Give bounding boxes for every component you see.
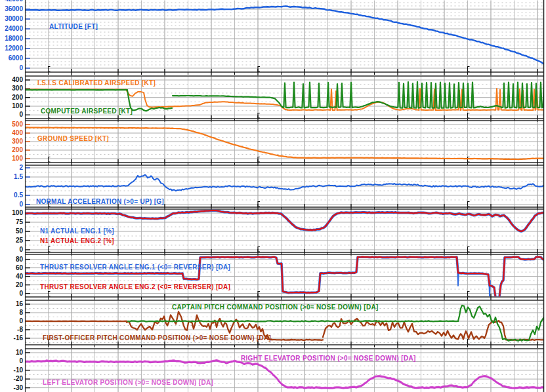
y-axis-label-n1: 0: [0, 246, 23, 253]
y-axis-label-altitude: 18000: [0, 35, 23, 42]
y-axis-label-ground_speed: 300: [0, 138, 23, 145]
event-bracket-mark: [49, 292, 51, 297]
y-axis-label-normal_acceleration: 2: [0, 164, 23, 171]
y-axis-label-pitch_command: 16: [0, 300, 23, 307]
series-label: CAPTAIN PITCH COMMAND POSITION (>0= NOSE…: [172, 304, 379, 311]
y-axis-label-pitch_command: -8: [0, 326, 23, 333]
event-bracket-mark: [468, 247, 470, 252]
series-label: ALTITUDE [FT]: [49, 23, 98, 30]
event-bracket-mark: [468, 113, 470, 119]
y-axis-label-altitude: 30000: [0, 15, 23, 22]
series-label: RIGHT ELEVATOR POSITION (>0= NOSE DOWN) …: [241, 355, 416, 362]
event-bracket-mark: [258, 202, 260, 207]
y-axis-label-elevator_position: -30: [0, 384, 23, 391]
event-bracket-mark: [468, 157, 470, 163]
event-bracket-mark: [258, 157, 260, 163]
y-axis-label-thrust_resolver_angle: 40: [0, 273, 23, 280]
series-normal_accel: [26, 175, 546, 191]
y-axis-label-thrust_resolver_angle: 0: [0, 290, 23, 297]
y-axis-label-normal_acceleration: 1.5: [0, 173, 23, 180]
y-axis-label-elevator_position: 0: [0, 357, 23, 364]
y-axis-label-ground_speed: 400: [0, 129, 23, 136]
event-bracket-mark: [258, 67, 260, 72]
y-axis-label-airspeed: 200: [0, 94, 23, 101]
event-bracket-mark: [258, 247, 260, 252]
event-bracket-mark: [49, 157, 51, 163]
panel-thrust_resolver_angle: [25, 254, 546, 300]
series-label: N1 ACTUAL ENG.1 [%]: [40, 227, 114, 235]
event-bracket-mark: [258, 292, 260, 297]
y-axis-label-pitch_command: 8: [0, 309, 23, 316]
series-computed_as: [127, 90, 172, 111]
series-label: COMPUTED AIRSPEED [KT]: [41, 108, 133, 115]
y-axis-label-n1: 100: [0, 209, 23, 216]
y-axis-label-thrust_resolver_angle: 20: [0, 281, 23, 288]
y-axis-label-altitude: 12000: [0, 45, 23, 52]
y-axis-label-normal_acceleration: 0: [0, 201, 23, 208]
y-axis-label-airspeed: 300: [0, 85, 23, 92]
y-axis-label-n1: 50: [0, 227, 23, 235]
series-label: NORMAL ACCELERATION (>0= UP) [G]: [36, 198, 164, 205]
y-axis-label-pitch_command: 0: [0, 317, 23, 324]
y-axis-label-elevator_position: -20: [0, 375, 23, 382]
series-label: FIRST-OFFICER PITCH COMMAND POSITION (>0…: [43, 334, 271, 342]
y-axis-label-altitude: 36000: [0, 5, 23, 12]
y-axis-label-ground_speed: 200: [0, 146, 23, 153]
series-label: GROUND SPEED [KT]: [37, 135, 109, 142]
y-axis-label-normal_acceleration: 0.5: [0, 191, 23, 199]
event-bracket-mark: [468, 340, 470, 345]
event-bracket-mark: [49, 247, 51, 252]
y-axis-label-pitch_command: -16: [0, 334, 23, 342]
series-label: THRUST RESOLVER ANGLE ENG.2 (<0= REVERSE…: [40, 283, 230, 290]
y-axis-label-ground_speed: 100: [0, 155, 23, 162]
y-axis-label-airspeed: 0: [0, 111, 23, 118]
y-axis-label-altitude: 0: [0, 64, 23, 71]
y-axis-label-n1: 75: [0, 218, 23, 225]
event-bracket-mark: [49, 67, 51, 72]
y-axis-label-airspeed: 400: [0, 76, 23, 83]
y-axis-label-elevator_position: 10: [0, 349, 23, 356]
series-isis_cas: [126, 90, 287, 110]
y-axis-label-altitude: 24000: [0, 25, 23, 32]
panel-ground_speed: [25, 121, 546, 166]
series-label: N1 ACTUAL ENG.2 [%]: [40, 237, 114, 245]
y-axis-label-altitude: 6000: [0, 54, 23, 62]
y-axis-label-airspeed: 100: [0, 102, 23, 109]
series-label: I.S.I.S CALIBRATED AIRSPEED [KT]: [37, 79, 156, 87]
y-axis-label-thrust_resolver_angle: 80: [0, 256, 23, 263]
series-computed_as: [283, 83, 358, 108]
y-axis-label-thrust_resolver_angle: 60: [0, 264, 23, 271]
y-axis-label-altitude: 42000: [0, 0, 23, 3]
event-bracket-mark: [468, 202, 470, 207]
y-axis-label-elevator_position: -10: [0, 366, 23, 374]
series-label: LEFT ELEVATOR POSITION (>0= NOSE DOWN) […: [43, 379, 213, 386]
panel-altitude: [25, 0, 546, 75]
series-capt_pitch: [128, 321, 458, 321]
series-fo_pitch: [272, 340, 323, 340]
event-bracket-mark: [468, 67, 470, 72]
series-altitude: [26, 7, 546, 66]
event-bracket-mark: [258, 113, 260, 119]
chart-canvas: [0, 0, 546, 392]
y-axis-label-n1: 25: [0, 237, 23, 244]
fdr-multi-panel-chart: 42000360003000024000180001200060000ALTIT…: [0, 0, 546, 392]
y-axis-label-ground_speed: 500: [0, 121, 23, 128]
event-bracket-mark: [468, 292, 470, 297]
series-label: THRUST RESOLVER ANGLE ENG.1 (<0= REVERSE…: [40, 264, 230, 271]
